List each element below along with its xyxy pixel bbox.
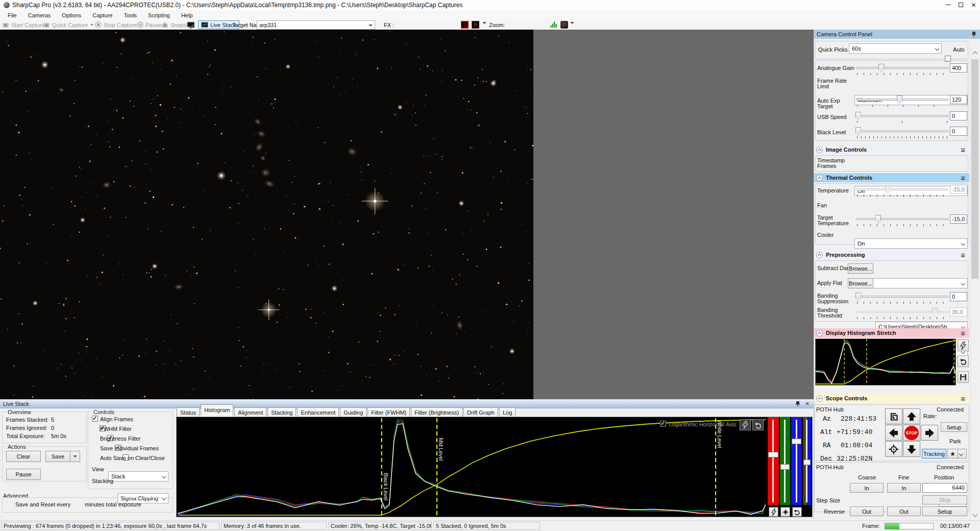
- analogue-gain-value[interactable]: 400: [950, 63, 967, 73]
- scroll-down-arrow[interactable]: [971, 511, 979, 519]
- banding-suppression-thumb[interactable]: [855, 293, 861, 301]
- menu-capture[interactable]: Capture: [87, 12, 118, 18]
- section-menu-icon[interactable]: ≡: [961, 251, 965, 259]
- stack-reset-stretch-button[interactable]: [792, 507, 802, 517]
- collapse-icon[interactable]: [816, 147, 823, 153]
- tab-drift-graph[interactable]: Drift Graph: [463, 407, 498, 417]
- thermal-controls-header[interactable]: Thermal Controls ≡: [814, 173, 969, 182]
- quick-picks-combo[interactable]: 60s: [849, 43, 942, 54]
- all-stretch-slider[interactable]: [803, 417, 811, 505]
- menu-cameras[interactable]: Cameras: [22, 12, 57, 18]
- scrollbar-thumb[interactable]: [971, 59, 978, 279]
- green-thumb[interactable]: [780, 464, 790, 470]
- start-capture-button[interactable]: Start Capture: [2, 20, 44, 29]
- red-stretch-slider[interactable]: [768, 417, 779, 505]
- usb-speed-thumb[interactable]: [855, 112, 861, 120]
- menu-help[interactable]: Help: [176, 12, 199, 18]
- auto-stretch-button[interactable]: [958, 340, 969, 351]
- pause-stack-button[interactable]: Pause: [6, 469, 41, 480]
- image-histogram-icon[interactable]: [550, 21, 557, 28]
- collapse-icon[interactable]: [816, 252, 823, 258]
- banding-suppression-slider[interactable]: [856, 292, 948, 301]
- slew-right-button[interactable]: [921, 425, 938, 441]
- pin-icon[interactable]: [971, 31, 976, 38]
- stack-auto-stretch-button[interactable]: [769, 507, 778, 517]
- tab-status[interactable]: Status: [177, 407, 200, 417]
- tab-log[interactable]: Log: [499, 407, 516, 417]
- auto-exp-target-slider[interactable]: [856, 95, 948, 104]
- reset-stretch-button[interactable]: [958, 355, 969, 367]
- apply-flat-browse-button[interactable]: Browse...: [848, 278, 873, 288]
- stop-capture-button[interactable]: Stop Capture: [95, 20, 137, 29]
- preprocessing-header[interactable]: Preprocessing ≡: [814, 250, 969, 259]
- tab-enhancement[interactable]: Enhancement: [297, 407, 339, 417]
- usb-speed-slider[interactable]: [856, 111, 948, 120]
- auto-stretch-stack-button[interactable]: [740, 419, 751, 430]
- tab-filter-brightness[interactable]: Filter (Brightness): [411, 407, 462, 417]
- stack-star-stretch-button[interactable]: [780, 507, 790, 517]
- all-thumb[interactable]: [803, 460, 811, 465]
- menu-scripting[interactable]: Scripting: [142, 12, 176, 18]
- green-stretch-slider[interactable]: [780, 417, 790, 505]
- panel-scrollbar[interactable]: [970, 39, 979, 520]
- tab-stacking[interactable]: Stacking: [267, 407, 296, 417]
- target-temperature-slider[interactable]: [856, 214, 948, 224]
- reset-stack-stretch-button[interactable]: [752, 419, 764, 430]
- red-thumb[interactable]: [768, 452, 778, 457]
- black-level-slider[interactable]: [856, 127, 948, 136]
- analogue-gain-slider[interactable]: [856, 63, 948, 73]
- dead-pixel-display-icon[interactable]: ✕: [472, 21, 479, 29]
- maximize-button[interactable]: [954, 0, 967, 10]
- position-field[interactable]: 6440: [922, 483, 967, 493]
- section-menu-icon[interactable]: ≡: [961, 394, 965, 403]
- log-axis-checkbox[interactable]: [660, 421, 666, 427]
- tab-alignment[interactable]: Alignment: [234, 407, 266, 417]
- auto-exp-target-value[interactable]: 120: [950, 95, 967, 104]
- focuser-setup-button[interactable]: Setup: [922, 506, 967, 516]
- display-histogram-stretch-header[interactable]: Display Histogram Stretch ≡: [814, 328, 969, 337]
- close-button[interactable]: ✕: [967, 0, 980, 10]
- slew-up-button[interactable]: [903, 408, 920, 424]
- align-frames-checkbox[interactable]: [92, 416, 98, 422]
- starfield-image[interactable]: [0, 30, 533, 399]
- pause-button[interactable]: Pause: [137, 20, 161, 29]
- collapse-icon[interactable]: [816, 175, 823, 181]
- tab-filter-fwhm[interactable]: Filter (FWHM): [368, 407, 410, 417]
- auto-exp-target-thumb[interactable]: [897, 95, 902, 104]
- menu-options[interactable]: Options: [56, 12, 87, 18]
- section-menu-icon[interactable]: ≡: [961, 329, 965, 337]
- stretch-tool-icon[interactable]: [560, 21, 568, 29]
- quick-capture-button[interactable]: Quick Capture: [43, 20, 94, 29]
- fine-in-button[interactable]: In: [887, 483, 921, 493]
- usb-speed-value[interactable]: 0: [950, 111, 967, 120]
- minimize-button[interactable]: [942, 0, 954, 10]
- blue-stretch-slider[interactable]: [791, 417, 802, 505]
- view-combo[interactable]: Stack: [108, 471, 168, 481]
- track-rate-dropdown[interactable]: [958, 449, 964, 458]
- collapse-icon[interactable]: [816, 330, 823, 336]
- slew-down-button[interactable]: [903, 441, 920, 457]
- collapse-icon[interactable]: [816, 395, 823, 402]
- pin-icon[interactable]: [795, 401, 800, 407]
- coarse-out-button[interactable]: Out: [850, 506, 884, 516]
- clear-button[interactable]: Clear: [6, 451, 41, 462]
- target-temperature-value[interactable]: -15,0: [950, 214, 967, 224]
- section-menu-icon[interactable]: ≡: [961, 146, 965, 154]
- highlight-display-icon[interactable]: [461, 21, 469, 29]
- section-menu-icon[interactable]: ≡: [961, 174, 965, 182]
- mount-setup-button[interactable]: Setup: [941, 422, 967, 432]
- tab-guiding[interactable]: Guiding: [340, 407, 366, 417]
- slew-stop-button[interactable]: STOP: [903, 425, 920, 441]
- slew-left-button[interactable]: [885, 425, 902, 441]
- black-level-value[interactable]: 0: [950, 127, 967, 136]
- banding-suppression-value[interactable]: 0: [950, 292, 967, 301]
- menu-file[interactable]: File: [2, 12, 22, 18]
- save-dropdown-button[interactable]: [70, 451, 80, 462]
- fine-out-button[interactable]: Out: [887, 506, 921, 516]
- menu-tools[interactable]: Tools: [118, 12, 142, 18]
- blue-thumb[interactable]: [792, 439, 801, 444]
- save-stretch-button[interactable]: [958, 371, 969, 383]
- black-level-thumb[interactable]: [855, 127, 861, 136]
- target-temperature-thumb[interactable]: [875, 215, 881, 224]
- tracking-button[interactable]: Tracking: [922, 449, 946, 458]
